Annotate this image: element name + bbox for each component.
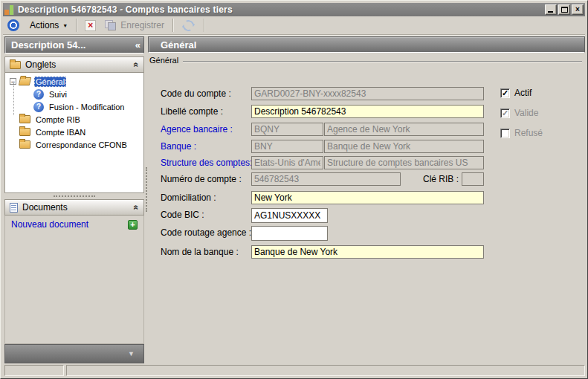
save-label: Enregistrer	[120, 20, 164, 30]
toolbar-separator	[204, 19, 204, 32]
folder-open-icon	[19, 77, 31, 85]
checkbox-refuse: ✓ Refusé	[500, 128, 543, 138]
label-structure-comptes[interactable]: Structure des comptes:	[161, 156, 252, 168]
group-divider	[181, 61, 582, 62]
toolbar-separator	[76, 19, 77, 32]
dropdown-arrow-icon: ▼	[62, 23, 68, 28]
main-header: Général	[148, 36, 585, 53]
checkbox-valide: ✓ Valide	[500, 108, 538, 118]
sidebar-splitter-handle[interactable]	[4, 193, 144, 199]
input-nom-banque[interactable]	[251, 245, 484, 259]
input-libelle-compte[interactable]	[251, 105, 484, 118]
label-code-bic: Code BIC :	[161, 208, 204, 220]
tree-item-suivi[interactable]: ? Suivi	[10, 88, 143, 100]
collapse-panel-icon[interactable]: «	[132, 205, 142, 210]
input-cle-rib	[462, 172, 484, 186]
target-icon	[7, 19, 19, 31]
new-document-link[interactable]: Nouveau document	[11, 219, 88, 230]
save-icon	[105, 20, 117, 30]
onglets-tree: − Général ? Suivi ? Fusion - Modificatio…	[4, 73, 144, 193]
close-button[interactable]: ×	[572, 4, 584, 15]
checkbox-icon: ✓	[500, 108, 510, 118]
documents-panel-header[interactable]: Documents «	[4, 199, 144, 216]
collapse-sidebar-icon[interactable]: «	[135, 39, 140, 51]
label-code-routage: Code routage agence :	[161, 226, 251, 238]
status-bar	[4, 365, 585, 376]
input-structure-nom	[324, 156, 484, 169]
checkbox-icon: ✓	[500, 129, 510, 138]
sidebar-header: Description 54... «	[4, 36, 144, 54]
main-header-title: Général	[161, 39, 196, 51]
folder-icon	[19, 115, 30, 123]
label-numero-compte: Numéro de compte :	[161, 172, 242, 184]
documents-body: Nouveau document +	[4, 216, 144, 344]
tree-item-fusion-modification[interactable]: ? Fusion - Modification	[10, 100, 143, 113]
label-domiciliation: Domiciliation :	[161, 191, 216, 203]
toolbar: Actions ▼ × Enregistrer	[3, 16, 585, 35]
delete-icon: ×	[85, 20, 96, 31]
documents-title: Documents	[22, 202, 68, 213]
delete-button[interactable]: ×	[80, 19, 100, 33]
label-nom-banque: Nom de la banque :	[161, 245, 239, 257]
checkbox-icon[interactable]: ✓	[500, 88, 510, 98]
tree-item-correspondance-cfonb[interactable]: Correspondance CFONB	[10, 138, 143, 151]
input-banque-nom	[324, 140, 484, 153]
general-form: Général Code du compte : Libellé compte …	[148, 53, 585, 363]
sidebar-header-title: Description 54...	[11, 39, 85, 51]
sidebar: Description 54... « Onglets « − Général …	[4, 36, 144, 363]
app-window: Description 546782543 - Comptes bancaire…	[0, 0, 588, 379]
close-icon: ×	[575, 6, 580, 13]
checkbox-actif[interactable]: ✓ Actif	[500, 88, 532, 98]
collapse-panel-icon[interactable]: «	[132, 62, 142, 68]
label-cle-rib: Clé RIB :	[423, 172, 459, 184]
titlebar: Description 546782543 - Comptes bancaire…	[3, 3, 585, 16]
window-title: Description 546782543 - Comptes bancaire…	[18, 4, 233, 15]
refresh-button	[177, 19, 200, 33]
help-icon: ?	[33, 102, 44, 112]
input-code-routage[interactable]	[251, 226, 328, 241]
label-libelle-compte: Libellé compte :	[161, 105, 223, 117]
onglets-panel-header[interactable]: Onglets «	[4, 56, 144, 73]
app-icon	[4, 5, 14, 15]
tree-item-compte-iban[interactable]: Compte IBAN	[10, 126, 143, 138]
actions-button[interactable]: Actions ▼	[25, 19, 72, 32]
tree-item-general[interactable]: − Général	[10, 75, 143, 88]
tree-item-compte-rib[interactable]: Compte RIB	[10, 113, 143, 126]
toolbar-separator	[172, 19, 173, 32]
label-code-compte: Code du compte :	[161, 87, 231, 99]
expand-panel-icon: ▼	[128, 350, 135, 357]
main-panel: Général Général Code du compte : Libellé…	[148, 36, 585, 363]
tree-connector-lines	[13, 83, 14, 115]
status-cell	[4, 365, 64, 376]
folder-icon	[19, 128, 30, 136]
input-domiciliation[interactable]	[251, 191, 484, 204]
onglets-title: Onglets	[25, 59, 56, 70]
refresh-icon	[181, 18, 196, 32]
input-numero-compte	[251, 172, 401, 186]
save-button: Enregistrer	[100, 19, 169, 32]
group-title: Général	[149, 56, 183, 65]
actions-label: Actions	[30, 20, 59, 30]
help-icon: ?	[33, 89, 44, 100]
input-agence-nom	[324, 123, 484, 136]
minimize-button[interactable]	[545, 4, 557, 15]
add-document-icon[interactable]: +	[128, 220, 138, 230]
maximize-button[interactable]	[558, 4, 570, 15]
status-cell	[66, 365, 585, 376]
label-banque[interactable]: Banque :	[161, 140, 196, 152]
input-agence-code	[251, 123, 323, 136]
label-agence-bancaire[interactable]: Agence bancaire :	[161, 123, 233, 135]
collapsed-panel-bar[interactable]: ▼	[4, 344, 144, 363]
input-code-compte	[251, 87, 484, 100]
input-structure-code	[251, 156, 323, 169]
document-icon	[10, 203, 18, 213]
folder-icon	[10, 61, 21, 69]
input-code-bic[interactable]	[251, 208, 328, 223]
folder-icon	[19, 140, 30, 149]
input-banque-code	[251, 140, 323, 153]
